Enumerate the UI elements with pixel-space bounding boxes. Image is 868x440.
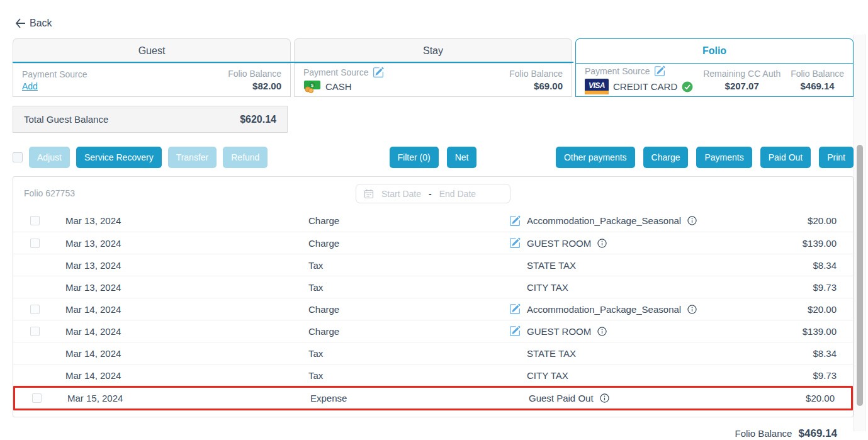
table-row[interactable]: Mar 14, 2024 Charge GUEST ROOM $139.00 — [13, 320, 853, 342]
edit-icon[interactable] — [509, 325, 521, 337]
row-type: Tax — [308, 282, 509, 293]
table-row[interactable]: Mar 14, 2024 Charge Accommodation_Packag… — [13, 298, 853, 320]
tab-stay[interactable]: Stay — [294, 38, 572, 63]
print-button[interactable]: Print — [819, 147, 854, 168]
add-payment-source-link[interactable]: Add — [22, 81, 87, 91]
refund-button[interactable]: Refund — [223, 147, 268, 168]
guest-payment-source-label: Payment Source — [22, 69, 87, 79]
row-checkbox[interactable] — [30, 327, 40, 336]
info-icon[interactable] — [600, 393, 609, 403]
folio-payment-method: CREDIT CARD — [613, 81, 677, 92]
scrollbar-thumb[interactable] — [857, 145, 863, 406]
row-description: Accommodation_Package_Seasonal — [527, 304, 681, 315]
filter-button[interactable]: Filter (0) — [390, 147, 439, 168]
guest-folio-balance-value: $82.00 — [252, 81, 281, 91]
info-icon[interactable] — [597, 327, 607, 336]
tab-bar: Guest Payment Source Add Folio Balance $… — [13, 38, 854, 97]
folio-balance-label: Folio Balance — [791, 69, 844, 79]
select-all-checkbox[interactable] — [13, 152, 23, 162]
table-row[interactable]: Mar 15, 2024 Expense Guest Paid Out $20.… — [13, 386, 853, 410]
total-guest-balance: Total Guest Balance $620.14 — [13, 106, 288, 133]
table-row[interactable]: Mar 13, 2024 Tax STATE TAX $8.34 — [13, 254, 853, 276]
edit-icon[interactable] — [509, 215, 521, 227]
folio-number: Folio 627753 — [24, 188, 75, 198]
transfer-button[interactable]: Transfer — [168, 147, 217, 168]
stay-payment-card: Payment Source $ CASH Folio Balance $69.… — [294, 63, 572, 97]
row-description: CITY TAX — [527, 282, 568, 293]
row-date: Mar 14, 2024 — [65, 348, 308, 359]
edit-icon[interactable] — [509, 303, 521, 315]
charge-button[interactable]: Charge — [643, 147, 689, 168]
stay-payment-source-label: Payment Source — [303, 67, 384, 78]
table-row[interactable]: Mar 14, 2024 Tax CITY TAX $9.73 — [13, 364, 853, 386]
guest-column: Guest Payment Source Add Folio Balance $… — [13, 38, 291, 97]
visa-label: VISA — [589, 81, 605, 90]
remaining-cc-auth-label: Remaining CC Auth — [703, 69, 781, 79]
edit-icon[interactable] — [373, 67, 384, 78]
row-description: GUEST ROOM — [527, 326, 591, 337]
row-amount: $9.73 — [742, 370, 837, 381]
row-amount: $20.00 — [742, 215, 837, 226]
table-row[interactable]: Mar 14, 2024 Tax STATE TAX $8.34 — [13, 342, 853, 364]
edit-icon[interactable] — [654, 65, 665, 77]
end-date-placeholder[interactable]: End Date — [439, 189, 476, 199]
other-payments-button[interactable]: Other payments — [556, 147, 635, 168]
row-amount: $20.00 — [742, 304, 837, 315]
info-icon[interactable] — [687, 305, 697, 314]
scrollbar-track[interactable] — [854, 35, 865, 431]
verified-check-icon — [682, 81, 693, 93]
total-guest-balance-value: $620.14 — [240, 114, 276, 125]
tab-guest[interactable]: Guest — [13, 38, 291, 63]
back-label: Back — [30, 18, 52, 29]
guest-payment-card: Payment Source Add Folio Balance $82.00 — [13, 63, 291, 97]
table-row[interactable]: Mar 13, 2024 Tax CITY TAX $9.73 — [13, 276, 853, 298]
folio-balance-value: $469.14 — [800, 81, 834, 91]
row-checkbox[interactable] — [32, 393, 42, 403]
tab-folio-label: Folio — [702, 45, 726, 57]
footer-folio-balance-value: $469.14 — [799, 427, 837, 439]
folio-column: Folio Payment Source VISA CREDIT CARD — [575, 38, 854, 97]
row-type: Charge — [308, 304, 509, 315]
row-description: Guest Paid Out — [529, 393, 594, 403]
row-date: Mar 14, 2024 — [65, 304, 308, 315]
edit-icon[interactable] — [509, 237, 521, 249]
row-checkbox[interactable] — [30, 216, 40, 225]
stay-folio-balance-value: $69.00 — [534, 81, 563, 91]
visa-icon: VISA — [585, 79, 609, 94]
table-row[interactable]: Mar 13, 2024 Charge GUEST ROOM $139.00 — [13, 232, 853, 254]
row-description: CITY TAX — [527, 370, 568, 381]
folio-toolbar: Adjust Service Recovery Transfer Refund … — [13, 147, 854, 168]
date-range-filter[interactable]: Start Date - End Date — [356, 184, 510, 203]
service-recovery-button[interactable]: Service Recovery — [76, 147, 162, 168]
row-date: Mar 13, 2024 — [65, 215, 308, 226]
folio-page: Back Guest Payment Source Add Folio Bala… — [0, 0, 868, 440]
net-button[interactable]: Net — [447, 147, 477, 168]
row-type: Tax — [308, 260, 509, 271]
row-type: Expense — [310, 393, 511, 403]
folio-table-body: Mar 13, 2024 Charge Accommodation_Packag… — [13, 210, 853, 410]
row-type: Charge — [308, 326, 509, 337]
row-type: Tax — [308, 348, 509, 359]
tab-guest-label: Guest — [138, 45, 166, 57]
stay-payment-method: CASH — [325, 81, 352, 92]
date-separator: - — [429, 189, 432, 199]
start-date-placeholder[interactable]: Start Date — [381, 189, 421, 199]
row-date: Mar 15, 2024 — [67, 393, 310, 403]
row-amount: $139.00 — [742, 238, 837, 249]
info-icon[interactable] — [687, 216, 697, 225]
row-date: Mar 14, 2024 — [65, 370, 308, 381]
cash-icon: $ — [303, 80, 321, 93]
tab-folio[interactable]: Folio — [575, 38, 854, 63]
row-checkbox[interactable] — [30, 305, 40, 314]
table-row[interactable]: Mar 13, 2024 Charge Accommodation_Packag… — [13, 210, 853, 232]
stay-column: Stay Payment Source $ CASH F — [294, 38, 572, 97]
folio-payment-card: Payment Source VISA CREDIT CARD Remainin… — [575, 63, 854, 97]
info-icon[interactable] — [597, 239, 607, 248]
paid-out-button[interactable]: Paid Out — [760, 147, 811, 168]
row-amount: $8.34 — [742, 348, 837, 359]
payments-button[interactable]: Payments — [696, 147, 752, 168]
back-button[interactable]: Back — [15, 18, 52, 29]
adjust-button[interactable]: Adjust — [29, 147, 70, 168]
row-checkbox[interactable] — [30, 239, 40, 248]
folio-footer: Folio Balance $469.14 — [13, 427, 854, 440]
